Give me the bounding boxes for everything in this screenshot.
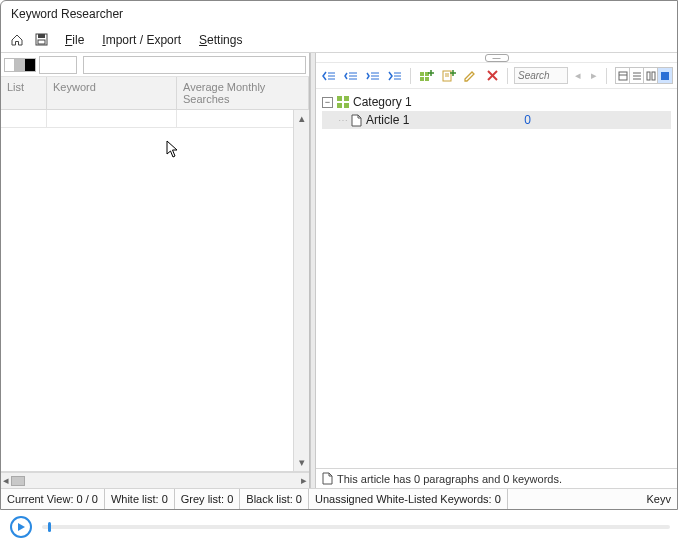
- scroll-right-icon[interactable]: ▸: [301, 474, 307, 487]
- save-icon[interactable]: [33, 32, 49, 48]
- tree-collapse-icon[interactable]: −: [322, 97, 333, 108]
- status-page-icon: [322, 472, 333, 485]
- collapse-toggle-button[interactable]: —: [485, 54, 509, 62]
- scroll-up-icon[interactable]: ▴: [299, 112, 305, 125]
- app-window: Keyword Researcher File Import / Export …: [0, 0, 678, 510]
- search-next-icon[interactable]: ▸: [588, 68, 600, 84]
- status-right-truncated: Keyv: [641, 489, 677, 509]
- tree-search-input[interactable]: [514, 67, 568, 84]
- left-panel: List Keyword Average Monthly Searches ▴ …: [1, 53, 310, 488]
- svg-rect-34: [652, 72, 655, 80]
- view-mode-4[interactable]: [658, 68, 672, 83]
- add-category-icon[interactable]: [417, 67, 435, 85]
- indent-all-icon[interactable]: [386, 67, 404, 85]
- titlebar: Keyword Researcher: [1, 1, 677, 29]
- svg-rect-36: [337, 96, 342, 101]
- status-bar: Current View: 0 / 0 White list: 0 Grey l…: [1, 489, 677, 509]
- right-status-text: This article has 0 paragraphs and 0 keyw…: [337, 473, 562, 485]
- svg-rect-17: [420, 77, 424, 81]
- col-avg-monthly-searches[interactable]: Average Monthly Searches: [177, 77, 309, 109]
- playhead[interactable]: [48, 522, 51, 532]
- indent-icon[interactable]: [364, 67, 382, 85]
- status-grey-list: Grey list: 0: [175, 489, 241, 509]
- playback-timeline[interactable]: [42, 525, 670, 529]
- delete-icon[interactable]: [483, 67, 501, 85]
- tree-category-row[interactable]: − Category 1: [322, 93, 671, 111]
- view-mode-toggle: [615, 67, 673, 84]
- outdent-icon[interactable]: [342, 67, 360, 85]
- col-list[interactable]: List: [1, 77, 47, 109]
- svg-rect-37: [344, 96, 349, 101]
- article-keyword-count: 0: [524, 113, 531, 127]
- svg-rect-18: [425, 77, 429, 81]
- home-icon[interactable]: [9, 32, 25, 48]
- svg-rect-39: [344, 103, 349, 108]
- tree-article-label: Article 1: [366, 113, 409, 127]
- status-white-list: White list: 0: [105, 489, 175, 509]
- menubar: File Import / Export Settings: [1, 29, 677, 53]
- collapse-bar: —: [316, 53, 677, 63]
- view-mode-1[interactable]: [616, 68, 630, 83]
- view-mode-2[interactable]: [630, 68, 644, 83]
- edit-icon[interactable]: [461, 67, 479, 85]
- svg-rect-15: [420, 72, 424, 76]
- list-color-swatches[interactable]: [4, 58, 36, 72]
- status-current-view: Current View: 0 / 0: [1, 489, 105, 509]
- horizontal-scrollbar[interactable]: ◂ ▸: [1, 472, 309, 488]
- view-mode-3[interactable]: [644, 68, 658, 83]
- vertical-scrollbar[interactable]: ▴ ▾: [293, 110, 309, 471]
- scrollbar-thumb[interactable]: [11, 476, 25, 486]
- add-article-icon[interactable]: [439, 67, 457, 85]
- svg-rect-35: [661, 72, 669, 80]
- col-keyword[interactable]: Keyword: [47, 77, 177, 109]
- mouse-cursor-icon: [166, 140, 182, 160]
- menu-import-export[interactable]: Import / Export: [94, 31, 189, 49]
- right-panel: —: [316, 53, 677, 488]
- menu-file[interactable]: File: [57, 31, 92, 49]
- status-black-list: Black list: 0: [240, 489, 309, 509]
- category-grid-icon: [337, 96, 349, 108]
- svg-rect-1: [38, 34, 45, 38]
- scroll-down-icon[interactable]: ▾: [299, 456, 305, 469]
- svg-rect-2: [38, 40, 45, 44]
- outdent-all-icon[interactable]: [320, 67, 338, 85]
- svg-rect-28: [619, 72, 627, 80]
- right-toolbar: ◂ ▸: [316, 63, 677, 89]
- filter-input-small[interactable]: [39, 56, 77, 74]
- right-panel-status: This article has 0 paragraphs and 0 keyw…: [316, 468, 677, 488]
- search-prev-icon[interactable]: ◂: [572, 68, 584, 84]
- keyword-search-input[interactable]: [83, 56, 306, 74]
- status-unassigned: Unassigned White-Listed Keywords: 0: [309, 489, 508, 509]
- media-player: [0, 510, 680, 540]
- tree-category-label: Category 1: [353, 95, 412, 109]
- swatch-grey[interactable]: [15, 59, 25, 71]
- app-title: Keyword Researcher: [11, 7, 123, 21]
- keyword-table-header: List Keyword Average Monthly Searches: [1, 77, 309, 110]
- tree-article-row[interactable]: ⋯ Article 1 0: [322, 111, 671, 129]
- content-area: List Keyword Average Monthly Searches ▴ …: [1, 53, 677, 489]
- svg-rect-33: [647, 72, 650, 80]
- keyword-table-body: ▴ ▾: [1, 110, 309, 472]
- scroll-left-icon[interactable]: ◂: [3, 474, 9, 487]
- menu-settings[interactable]: Settings: [191, 31, 250, 49]
- play-button[interactable]: [10, 516, 32, 538]
- article-tree: − Category 1 ⋯ Article 1 0: [316, 89, 677, 468]
- left-toolbar: [1, 53, 309, 77]
- svg-rect-38: [337, 103, 342, 108]
- article-page-icon: [351, 114, 362, 127]
- table-row: [1, 110, 309, 128]
- swatch-black[interactable]: [25, 59, 35, 71]
- tree-branch-icon: ⋯: [338, 115, 347, 126]
- swatch-white[interactable]: [5, 59, 15, 71]
